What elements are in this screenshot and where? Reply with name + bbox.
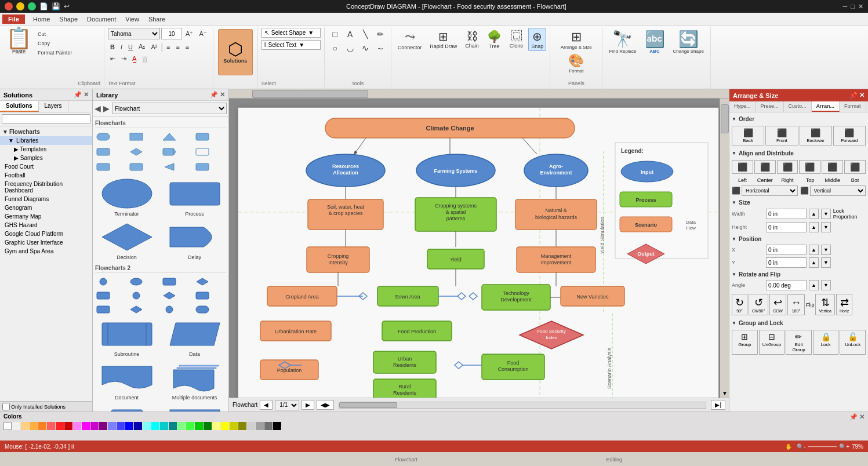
y-input[interactable] xyxy=(766,257,807,268)
prep-shape[interactable] xyxy=(95,405,158,412)
swatch-green3[interactable] xyxy=(195,422,203,430)
tool-curve[interactable]: ∿ xyxy=(358,42,372,56)
offpage-shape[interactable] xyxy=(163,405,226,412)
process-shape[interactable]: Process xyxy=(163,178,226,217)
samples-item[interactable]: ▶ Samples xyxy=(0,154,92,162)
swatch-pink[interactable] xyxy=(73,422,81,430)
f2-shape-5[interactable] xyxy=(95,289,111,302)
tree-button[interactable]: 🌳 Tree xyxy=(484,28,504,51)
tool-arc[interactable]: ◡ xyxy=(343,42,357,56)
funnel-item[interactable]: Funnel Diagrams xyxy=(0,195,92,203)
font-size-decrease[interactable]: A⁻ xyxy=(197,29,209,39)
spelling-button[interactable]: 🔤 ABC xyxy=(642,28,668,56)
align-section-header[interactable]: ▼ Align and Distribute xyxy=(732,148,866,158)
libraries-category[interactable]: ▼Libraries xyxy=(0,136,92,145)
tool-pen[interactable]: ✏ xyxy=(373,28,387,41)
min-btn[interactable] xyxy=(16,2,24,10)
align-top-btn[interactable]: ⬛ xyxy=(799,160,820,174)
arrange-size-button[interactable]: ⊞ Arrange & Size xyxy=(558,28,595,52)
edit-group-button[interactable]: ✏ Edit Group xyxy=(786,330,812,355)
f2-shape-3[interactable] xyxy=(161,275,177,288)
select-shape-dropdown[interactable]: ↖ Select Shape ▼ xyxy=(262,28,321,38)
bold-button[interactable]: B xyxy=(108,42,117,52)
back-button[interactable]: ⬛ Back xyxy=(732,126,764,145)
menu-document[interactable]: Document xyxy=(82,14,121,24)
x-up[interactable]: ▲ xyxy=(809,245,819,255)
multidoc-shape[interactable]: Multiple documents xyxy=(163,362,226,401)
hand-icon[interactable]: ✋ xyxy=(785,443,792,450)
swatch-white[interactable] xyxy=(3,422,12,430)
italic-button[interactable]: I xyxy=(118,42,125,52)
swatch-dteal[interactable] xyxy=(169,422,177,430)
add-page-button[interactable]: ◀▶ xyxy=(317,400,334,410)
flowcharts-category[interactable]: ▼Flowcharts xyxy=(0,128,92,136)
connector-button[interactable]: ⤳ Connector xyxy=(395,28,425,52)
google-cloud-item[interactable]: Google Cloud Platform xyxy=(0,230,92,238)
small-shape-2[interactable] xyxy=(128,130,144,143)
small-shape-3[interactable] xyxy=(161,130,177,143)
font-size-input[interactable] xyxy=(161,28,182,39)
flip-v-button[interactable]: ⇅ Vertica xyxy=(815,294,834,315)
vertical-dropdown[interactable]: Vertical xyxy=(810,185,866,196)
order-section-header[interactable]: ▼ Order xyxy=(732,114,866,123)
angle-input[interactable] xyxy=(766,280,807,290)
rotatecw90-button[interactable]: ↺ CW90° xyxy=(749,294,768,315)
swatch-cyan2[interactable] xyxy=(151,422,159,430)
swatch-magenta[interactable] xyxy=(82,422,90,430)
germany-item[interactable]: Germany Map xyxy=(0,212,92,221)
swatch-teal[interactable] xyxy=(160,422,168,430)
tab-prese[interactable]: Prese... xyxy=(756,101,784,112)
change-shape-button[interactable]: 🔄 Change Shape xyxy=(670,28,707,56)
prev-page-button[interactable]: ◀ xyxy=(260,400,273,410)
super-button[interactable]: A² xyxy=(148,42,159,52)
format-painter-button[interactable]: Format Painter xyxy=(35,49,75,57)
zoom-slider[interactable]: ─────── xyxy=(808,443,837,450)
library-pin-icon[interactable]: 📌 xyxy=(210,91,218,99)
swatch-orange3[interactable] xyxy=(38,422,46,430)
align-center-btn[interactable]: ⬛ xyxy=(754,160,776,174)
colors-close-icon[interactable]: ✕ xyxy=(859,413,865,421)
font-size-increase[interactable]: A⁺ xyxy=(183,29,195,39)
gui-item[interactable]: Graphic User Interface xyxy=(0,238,92,247)
size-section-header[interactable]: ▼ Size xyxy=(732,197,866,207)
align-center-button[interactable]: ≡ xyxy=(173,42,181,52)
gym-item[interactable]: Gym and Spa Area xyxy=(0,247,92,256)
swatch-red2[interactable] xyxy=(56,422,64,430)
food-court-item[interactable]: Food Court xyxy=(0,162,92,171)
swatch-red1[interactable] xyxy=(47,422,55,430)
tool-ellipse[interactable]: ○ xyxy=(328,42,342,56)
tab-format[interactable]: Format xyxy=(840,101,866,112)
swatch-green1[interactable] xyxy=(177,422,186,430)
f2-shape-8[interactable] xyxy=(194,289,210,302)
height-up[interactable]: ▲ xyxy=(809,222,819,232)
tab-arran[interactable]: Arran... xyxy=(812,101,840,112)
align-right-button[interactable]: ≡ xyxy=(183,42,191,52)
f2-shape-4[interactable] xyxy=(194,275,210,288)
swatch-dgreen[interactable] xyxy=(204,422,212,430)
angle-down[interactable]: ▼ xyxy=(821,280,831,290)
freq-dist-item[interactable]: Frequency Distribution Dashboard xyxy=(0,180,92,195)
swatch-darkred[interactable] xyxy=(64,422,72,430)
find-replace-button[interactable]: 🔭 Find Replace xyxy=(606,28,639,56)
swatch-blue1[interactable] xyxy=(108,422,116,430)
scroll-right-end[interactable]: ▶| xyxy=(711,400,725,410)
backward-button[interactable]: ⬛ Backwar xyxy=(800,126,832,145)
f2-shape-9[interactable] xyxy=(95,303,111,316)
rotate90-button[interactable]: ↻ 90° xyxy=(732,294,747,315)
underline-button[interactable]: U xyxy=(126,42,135,52)
tool-rect[interactable]: □ xyxy=(328,28,342,41)
tab-hype[interactable]: Hype... xyxy=(729,101,756,112)
small-shape-5[interactable] xyxy=(95,145,111,158)
swatch-orange2[interactable] xyxy=(30,422,38,430)
scroll-down-btn[interactable]: ▼ xyxy=(720,388,729,398)
swatch-cyan1[interactable] xyxy=(143,422,151,430)
forward-button[interactable]: ⬛ Forward xyxy=(833,126,866,145)
font-color[interactable]: A̲ xyxy=(130,54,139,64)
pin-icon[interactable]: 📌 xyxy=(74,91,82,99)
tab-custo[interactable]: Custo... xyxy=(784,101,812,112)
tool-text[interactable]: A xyxy=(343,28,357,41)
f2-shape-10[interactable] xyxy=(128,303,144,316)
sub-button[interactable]: A₂ xyxy=(136,42,147,52)
position-section-header[interactable]: ▼ Position xyxy=(732,234,866,243)
ungroup-button[interactable]: ⊟ UnGroup xyxy=(759,330,785,355)
